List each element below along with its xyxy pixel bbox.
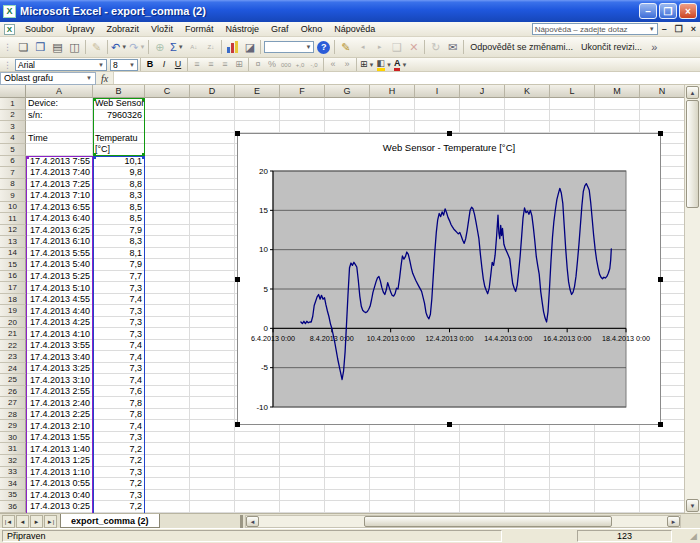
- cell[interactable]: [235, 432, 280, 444]
- comma-style-icon[interactable]: 000: [279, 58, 293, 71]
- cell[interactable]: [190, 490, 235, 502]
- cell-a5[interactable]: [26, 144, 93, 156]
- row-header-33[interactable]: 33: [0, 467, 26, 479]
- cell[interactable]: [235, 455, 280, 467]
- cell[interactable]: [190, 133, 235, 145]
- cell-b36[interactable]: 7,2: [93, 501, 145, 513]
- chart-resize-handle[interactable]: [235, 422, 240, 427]
- font-color-icon[interactable]: A▼: [393, 58, 408, 71]
- align-right-icon[interactable]: ≡: [218, 58, 232, 71]
- cell-b9[interactable]: 8,3: [93, 190, 145, 202]
- cell[interactable]: [640, 501, 684, 513]
- cell[interactable]: [190, 467, 235, 479]
- cell[interactable]: [640, 432, 684, 444]
- cell[interactable]: [595, 501, 640, 513]
- column-header-l[interactable]: L: [550, 85, 595, 98]
- cell[interactable]: [145, 374, 190, 386]
- cell[interactable]: [595, 478, 640, 490]
- new-file-icon[interactable]: ❏: [15, 39, 32, 56]
- cell[interactable]: [460, 467, 505, 479]
- cell-a22[interactable]: 17.4.2013 3:55: [26, 340, 93, 352]
- resize-grip[interactable]: ◢: [690, 531, 698, 541]
- cell-b31[interactable]: 7,2: [93, 443, 145, 455]
- cell[interactable]: [325, 121, 370, 133]
- chart-resize-handle[interactable]: [658, 422, 663, 427]
- cell[interactable]: [325, 478, 370, 490]
- cell[interactable]: [325, 110, 370, 122]
- cell[interactable]: [145, 490, 190, 502]
- horizontal-scroll-thumb[interactable]: [364, 516, 612, 527]
- cell[interactable]: [145, 259, 190, 271]
- cell-a20[interactable]: 17.4.2013 4:25: [26, 317, 93, 329]
- cell[interactable]: [505, 478, 550, 490]
- italic-icon[interactable]: I: [157, 58, 171, 71]
- cell-a10[interactable]: 17.4.2013 6:55: [26, 202, 93, 214]
- cell[interactable]: [460, 98, 505, 110]
- cell[interactable]: [415, 455, 460, 467]
- column-header-d[interactable]: D: [190, 85, 235, 98]
- cell-b20[interactable]: 7,3: [93, 317, 145, 329]
- cell-a29[interactable]: 17.4.2013 2:10: [26, 420, 93, 432]
- cell[interactable]: [235, 121, 280, 133]
- cell[interactable]: [325, 455, 370, 467]
- cell[interactable]: [460, 121, 505, 133]
- cell[interactable]: [460, 490, 505, 502]
- cell-b19[interactable]: 7,3: [93, 305, 145, 317]
- cell-a21[interactable]: 17.4.2013 4:10: [26, 328, 93, 340]
- cell[interactable]: [415, 443, 460, 455]
- sheet-tab-export-comma-2[interactable]: export_comma (2): [60, 514, 160, 528]
- toolbar-options-icon[interactable]: »: [646, 39, 663, 56]
- horizontal-scrollbar[interactable]: ◄ ►: [245, 515, 681, 528]
- cell[interactable]: [145, 144, 190, 156]
- column-header-a[interactable]: A: [26, 85, 93, 98]
- row-header-15[interactable]: 15: [0, 259, 26, 271]
- cell[interactable]: [145, 305, 190, 317]
- formula-input[interactable]: [113, 72, 700, 84]
- percent-icon[interactable]: %: [265, 58, 279, 71]
- merge-center-icon[interactable]: ⊞: [232, 58, 246, 71]
- cell[interactable]: [145, 156, 190, 168]
- cell[interactable]: [235, 478, 280, 490]
- row-header-5[interactable]: 5: [0, 144, 26, 156]
- delete-comment-icon[interactable]: ✕: [405, 39, 422, 56]
- cell-a27[interactable]: 17.4.2013 2:40: [26, 397, 93, 409]
- cell[interactable]: [325, 490, 370, 502]
- cell[interactable]: [325, 467, 370, 479]
- cell[interactable]: [145, 110, 190, 122]
- cell[interactable]: [505, 490, 550, 502]
- cell[interactable]: [550, 501, 595, 513]
- fill-color-icon[interactable]: ◧▼: [376, 58, 393, 71]
- cell-a9[interactable]: 17.4.2013 7:10: [26, 190, 93, 202]
- toolbar-grip[interactable]: ⋮: [3, 60, 12, 70]
- cell[interactable]: [145, 271, 190, 283]
- cell-a32[interactable]: 17.4.2013 1:25: [26, 455, 93, 467]
- cell-a11[interactable]: 17.4.2013 6:40: [26, 213, 93, 225]
- row-header-25[interactable]: 25: [0, 374, 26, 386]
- cell[interactable]: [190, 259, 235, 271]
- cell[interactable]: [550, 98, 595, 110]
- cell[interactable]: [280, 490, 325, 502]
- menu-zobrazit[interactable]: Zobrazit: [101, 23, 146, 35]
- chevron-down-icon[interactable]: ▼: [126, 62, 135, 68]
- doc-close-button[interactable]: ×: [687, 24, 700, 34]
- menu-vlozit[interactable]: Vložit: [145, 23, 179, 35]
- underline-icon[interactable]: U: [171, 58, 185, 71]
- cell[interactable]: [190, 156, 235, 168]
- row-header-18[interactable]: 18: [0, 294, 26, 306]
- previous-comment-icon[interactable]: ◄: [354, 39, 371, 56]
- cell[interactable]: [595, 443, 640, 455]
- column-header-k[interactable]: K: [505, 85, 550, 98]
- cell-b8[interactable]: 8,8: [93, 179, 145, 191]
- row-header-8[interactable]: 8: [0, 179, 26, 191]
- chart-resize-handle[interactable]: [447, 422, 452, 427]
- cell[interactable]: [595, 110, 640, 122]
- cell-b28[interactable]: 7,8: [93, 409, 145, 421]
- cell[interactable]: [370, 490, 415, 502]
- align-center-icon[interactable]: ≡: [204, 58, 218, 71]
- cell[interactable]: [505, 98, 550, 110]
- cell[interactable]: [280, 443, 325, 455]
- cell[interactable]: [595, 455, 640, 467]
- cell[interactable]: [145, 351, 190, 363]
- cell[interactable]: [640, 110, 684, 122]
- show-comment-icon[interactable]: ❑: [388, 39, 405, 56]
